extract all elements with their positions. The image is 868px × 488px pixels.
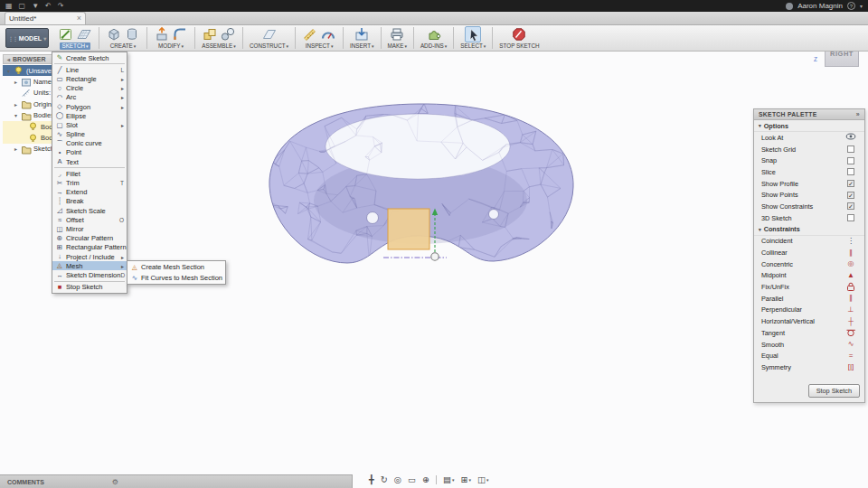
- redo-icon[interactable]: ↷: [58, 3, 64, 10]
- gear-icon[interactable]: ⚙: [112, 478, 118, 486]
- look-at-icon[interactable]: ◎: [394, 475, 401, 484]
- submenu-item-fit-curves-to-mesh-section[interactable]: ∿Fit Curves to Mesh Section: [127, 273, 225, 284]
- menu-item-extend[interactable]: →Extend: [52, 188, 127, 197]
- button-look-at[interactable]: [844, 131, 857, 144]
- palette-constraint-parallel[interactable]: Parallel∥: [754, 293, 864, 305]
- toolbar-label-make[interactable]: MAKE▾: [388, 42, 407, 50]
- user-name[interactable]: Aaron Magnin: [797, 2, 843, 10]
- tree-right-icon[interactable]: ▸: [13, 145, 19, 152]
- toolbar-label-insert[interactable]: INSERT▾: [350, 42, 374, 50]
- toolbar-group-modify[interactable]: MODIFY▾: [152, 26, 190, 50]
- menu-item-stop-sketch[interactable]: ■Stop Sketch: [52, 283, 127, 292]
- menu-item-text[interactable]: AText: [52, 157, 127, 166]
- origin-handle[interactable]: [431, 253, 439, 260]
- tree-down-icon[interactable]: ▾: [5, 68, 12, 74]
- new-document-icon[interactable]: ▢: [19, 3, 26, 10]
- palette-constraint-perpendicular[interactable]: Perpendicular⊥: [754, 305, 864, 316]
- checkbox-3d-sketch[interactable]: [847, 214, 854, 221]
- palette-constraint-tangent[interactable]: Tangent: [754, 327, 864, 339]
- menu-item-mirror[interactable]: ◫Mirror: [52, 224, 127, 233]
- toolbar-label-construct[interactable]: CONSTRUCT▾: [250, 42, 288, 50]
- checkbox-show-profile[interactable]: ✓: [847, 180, 854, 187]
- mesh-body[interactable]: [269, 104, 573, 266]
- checkbox-slice[interactable]: [847, 168, 854, 175]
- palette-constraint-equal[interactable]: Equal=: [754, 350, 864, 361]
- menu-item-line[interactable]: ╱LineL: [52, 65, 127, 74]
- viewports-dropdown[interactable]: ◫▾: [477, 475, 489, 484]
- undo-icon[interactable]: ↶: [45, 3, 52, 10]
- display-settings-dropdown[interactable]: ▤▾: [443, 475, 455, 484]
- toolbar-group-inspect[interactable]: INSPECT▾: [300, 26, 338, 50]
- checkbox-show-points[interactable]: ✓: [847, 192, 854, 199]
- menu-item-circular-pattern[interactable]: ⊛Circular Pattern: [52, 234, 127, 243]
- palette-section-constraints[interactable]: ▾Constraints: [754, 224, 864, 236]
- checkbox-snap[interactable]: [847, 157, 854, 164]
- sketch-region[interactable]: [383, 209, 447, 261]
- tree-right-icon[interactable]: ▸: [13, 79, 19, 85]
- toolbar-group-stop-sketch[interactable]: STOP SKETCH: [497, 26, 541, 50]
- toolbar-group-create[interactable]: CREATE▾: [104, 26, 142, 50]
- menu-item-polygon[interactable]: ◇Polygon▸: [52, 102, 127, 111]
- toolbar-group-add-ins[interactable]: ADD-INS▾: [419, 26, 448, 50]
- palette-constraint-coincident[interactable]: Coincident⋮: [754, 236, 864, 248]
- toolbar-label-assemble[interactable]: ASSEMBLE▾: [202, 42, 235, 50]
- palette-header[interactable]: SKETCH PALETTE »: [754, 109, 864, 120]
- save-icon[interactable]: ▼: [32, 3, 39, 10]
- palette-constraint-symmetry[interactable]: Symmetry[|]: [754, 361, 864, 373]
- collapse-left-icon[interactable]: ◂: [7, 56, 10, 62]
- palette-constraint-horizontal-vertical[interactable]: Horizontal/Vertical┼: [754, 315, 864, 327]
- menu-item-sketch-scale[interactable]: ◿Sketch Scale: [52, 206, 127, 215]
- app-grid-icon[interactable]: ▦: [5, 3, 13, 10]
- toolbar-label-add-ins[interactable]: ADD-INS▾: [420, 42, 447, 50]
- tree-down-icon[interactable]: ▾: [13, 112, 19, 118]
- palette-section-options[interactable]: ▾Options: [754, 120, 864, 132]
- toolbar-group-make[interactable]: MAKE▾: [386, 26, 409, 50]
- palette-constraint-collinear[interactable]: Collinear∥: [754, 247, 864, 258]
- sketch-profile-rect[interactable]: [388, 209, 429, 249]
- menu-item-rectangle[interactable]: ▭Rectangle▸: [52, 74, 127, 83]
- comments-bar[interactable]: COMMENTS ⚙: [0, 474, 353, 488]
- toolbar-label-create[interactable]: CREATE▾: [110, 42, 137, 50]
- help-icon[interactable]: ?: [847, 2, 855, 10]
- zoom-window-icon[interactable]: ▭: [408, 475, 416, 484]
- toolbar-label-modify[interactable]: MODIFY▾: [158, 42, 184, 50]
- tab-close-icon[interactable]: ×: [77, 14, 81, 23]
- submenu-item-create-mesh-section[interactable]: ◬Create Mesh Section: [127, 262, 225, 273]
- toolbar-label-stop-sketch[interactable]: STOP SKETCH: [499, 42, 539, 50]
- menu-item-project-include[interactable]: ↓Project / Include▸: [52, 252, 127, 261]
- orbit-icon[interactable]: ↻: [381, 475, 388, 484]
- menu-item-circle[interactable]: ○Circle▸: [52, 84, 127, 93]
- menu-item-trim[interactable]: ✂TrimT: [52, 178, 127, 187]
- tab-untitled[interactable]: Untitled* ×: [5, 12, 86, 24]
- toolbar-group-sketch[interactable]: SKETCH▾: [56, 26, 94, 50]
- menu-item-offset[interactable]: ≈OffsetO: [52, 215, 127, 224]
- palette-constraint-fix-unfix[interactable]: Fix/UnFix: [754, 281, 864, 293]
- menu-item-fillet[interactable]: ◞Fillet: [52, 169, 127, 178]
- palette-constraint-smooth[interactable]: Smooth∿: [754, 339, 864, 351]
- menu-item-point[interactable]: •Point: [52, 148, 127, 157]
- toolbar-group-select[interactable]: SELECT▾: [458, 26, 487, 50]
- menu-item-spline[interactable]: ∿Spline: [52, 130, 127, 139]
- workspace-selector[interactable]: ⋮⋮ MODEL ▾: [5, 28, 49, 48]
- menu-item-conic-curve[interactable]: ⌒Conic curve: [52, 139, 127, 148]
- caret-down-icon[interactable]: ▾: [860, 3, 863, 9]
- toolbar-group-construct[interactable]: CONSTRUCT▾: [248, 26, 290, 50]
- grid-settings-dropdown[interactable]: ⊞▾: [460, 475, 470, 484]
- zoom-icon[interactable]: ⊕: [422, 475, 429, 484]
- menu-item-rectangular-pattern[interactable]: ⊞Rectangular Pattern: [52, 243, 127, 252]
- collapse-right-icon[interactable]: »: [856, 111, 860, 117]
- toolbar-group-insert[interactable]: INSERT▾: [348, 26, 376, 50]
- menu-item-create-sketch[interactable]: ✎Create Sketch: [52, 53, 127, 62]
- viewport-canvas[interactable]: [0, 0, 868, 488]
- tree-right-icon[interactable]: ▸: [13, 101, 19, 108]
- toolbar-group-assemble[interactable]: ASSEMBLE▾: [200, 26, 238, 50]
- toolbar-label-inspect[interactable]: INSPECT▾: [306, 42, 334, 50]
- menu-item-sketch-dimension[interactable]: ↔Sketch DimensionD: [52, 270, 127, 279]
- palette-constraint-concentric[interactable]: Concentric◎: [754, 258, 864, 270]
- menu-item-ellipse[interactable]: ◯Ellipse: [52, 111, 127, 120]
- pan-icon[interactable]: ╋: [369, 475, 374, 484]
- menu-item-mesh[interactable]: ◬Mesh▸: [52, 261, 127, 270]
- stop-sketch-button[interactable]: Stop Sketch: [808, 384, 860, 398]
- toolbar-label-select[interactable]: SELECT▾: [460, 42, 486, 50]
- palette-constraint-midpoint[interactable]: Midpoint▲: [754, 270, 864, 282]
